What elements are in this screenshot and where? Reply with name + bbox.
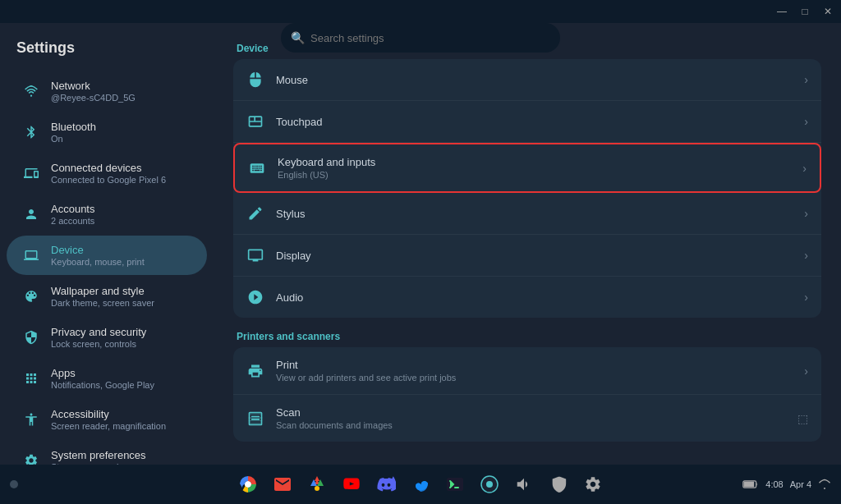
taskbar-mail[interactable]: [268, 470, 297, 499]
taskbar-edge[interactable]: [406, 470, 435, 499]
printers-section-header: Printers and scanners: [233, 331, 821, 342]
taskbar-audio-control[interactable]: [509, 470, 539, 499]
devices-icon: [23, 165, 39, 181]
taskbar-security[interactable]: [544, 470, 573, 499]
sidebar-item-accounts[interactable]: Accounts 2 accounts: [7, 195, 207, 234]
svg-rect-2: [447, 478, 463, 491]
print-sub: View or add printers and see active prin…: [276, 373, 793, 383]
scan-label: Scan: [276, 406, 786, 419]
print-chevron: ›: [804, 364, 808, 378]
keyboard-sub: English (US): [278, 170, 791, 180]
taskbar-photos[interactable]: [302, 470, 332, 499]
sidebar-item-apps-text: Apps Notifications, Google Play: [51, 367, 154, 390]
stylus-label: Stylus: [276, 208, 793, 220]
scan-row-text: Scan Scan documents and images: [276, 406, 786, 430]
settings-row-keyboard[interactable]: Keyboard and inputs English (US) ›: [233, 143, 821, 193]
taskbar-left: [10, 480, 18, 488]
settings-row-scan[interactable]: Scan Scan documents and images ⬚: [233, 395, 821, 442]
display-chevron: ›: [804, 249, 808, 262]
mouse-icon: [246, 71, 264, 89]
content-area: Device Mouse › Touchpad ›: [214, 23, 841, 465]
maximize-button[interactable]: □: [798, 5, 811, 18]
sidebar-item-system-text: System preferences Storage, power, langu…: [51, 449, 154, 465]
device-icon: [23, 247, 39, 263]
wifi-icon: [23, 83, 39, 99]
touchpad-chevron: ›: [804, 115, 808, 128]
keyboard-icon: [248, 159, 266, 177]
print-label: Print: [276, 359, 793, 371]
sidebar-item-connected[interactable]: Connected devices Connected to Google Pi…: [7, 153, 207, 193]
audio-chevron: ›: [804, 291, 808, 304]
sidebar-item-bluetooth-text: Bluetooth On: [51, 121, 96, 144]
accessibility-icon: [23, 411, 39, 428]
display-row-text: Display: [276, 250, 793, 262]
keyboard-row-text: Keyboard and inputs English (US): [278, 156, 791, 180]
sidebar-item-accounts-text: Accounts 2 accounts: [51, 203, 94, 226]
svg-point-4: [486, 481, 493, 488]
sidebar-item-accessibility-text: Accessibility Screen reader, magnificati…: [51, 408, 166, 431]
touchpad-label: Touchpad: [276, 116, 793, 128]
sidebar-item-privacy[interactable]: Privacy and security Lock screen, contro…: [7, 318, 207, 357]
sidebar-item-apps[interactable]: Apps Notifications, Google Play: [7, 359, 207, 398]
settings-title: Settings: [0, 33, 214, 70]
sidebar-item-privacy-text: Privacy and security Lock screen, contro…: [51, 326, 146, 349]
settings-row-audio[interactable]: Audio ›: [233, 277, 821, 318]
settings-row-touchpad[interactable]: Touchpad ›: [233, 101, 821, 143]
launcher-dot[interactable]: [10, 480, 18, 488]
taskbar-terminal[interactable]: [440, 470, 470, 499]
display-label: Display: [276, 250, 793, 262]
bluetooth-icon: [23, 124, 39, 140]
taskbar-chrome[interactable]: [233, 470, 263, 499]
search-input[interactable]: [281, 23, 560, 53]
scan-icon: [246, 410, 264, 428]
keyboard-label: Keyboard and inputs: [278, 156, 791, 168]
svg-point-1: [315, 486, 319, 491]
settings-row-stylus[interactable]: Stylus ›: [233, 193, 821, 235]
stylus-icon: [246, 204, 264, 222]
audio-label: Audio: [276, 291, 793, 304]
taskbar: 4:08 Apr 4: [0, 465, 841, 504]
print-icon: [246, 362, 264, 380]
mouse-chevron: ›: [804, 73, 808, 86]
sidebar-item-device[interactable]: Device Keyboard, mouse, print: [7, 236, 207, 275]
sidebar-item-network-text: Network @Reyee-sC4DD_5G: [51, 80, 136, 103]
device-settings-list: Mouse › Touchpad › Keyboar: [233, 59, 821, 318]
svg-point-0: [245, 481, 251, 488]
close-button[interactable]: ✕: [821, 5, 834, 18]
audio-row-text: Audio: [276, 291, 793, 304]
keyboard-chevron: ›: [802, 162, 807, 175]
sidebar-item-bluetooth[interactable]: Bluetooth On: [7, 112, 207, 152]
mouse-row-text: Mouse: [276, 74, 793, 86]
sidebar-item-network[interactable]: Network @Reyee-sC4DD_5G: [7, 71, 207, 111]
apps-icon: [23, 370, 39, 387]
sidebar-item-wallpaper[interactable]: Wallpaper and style Dark theme, screen s…: [7, 277, 207, 316]
title-bar: — □ ✕: [0, 0, 841, 23]
sidebar-item-device-text: Device Keyboard, mouse, print: [51, 244, 145, 267]
sidebar-item-system[interactable]: System preferences Storage, power, langu…: [7, 441, 207, 465]
sidebar-item-accessibility[interactable]: Accessibility Screen reader, magnificati…: [7, 400, 207, 439]
minimize-button[interactable]: —: [775, 5, 788, 18]
sidebar-item-wallpaper-text: Wallpaper and style Dark theme, screen s…: [51, 285, 154, 308]
scan-external-icon: ⬚: [797, 412, 808, 425]
settings-row-mouse[interactable]: Mouse ›: [233, 59, 821, 101]
time-display: 4:08: [765, 479, 783, 489]
settings-icon: [23, 452, 39, 465]
print-row-text: Print View or add printers and see activ…: [276, 359, 793, 383]
taskbar-right: 4:08 Apr 4: [742, 478, 831, 491]
sidebar-item-connected-text: Connected devices Connected to Google Pi…: [51, 162, 166, 185]
person-icon: [23, 206, 39, 222]
settings-row-display[interactable]: Display ›: [233, 235, 821, 277]
taskbar-chromeos[interactable]: [475, 470, 504, 499]
network-taskbar-icon: [818, 478, 831, 491]
main-layout: Settings Network @Reyee-sC4DD_5G Bluetoo…: [0, 23, 841, 465]
stylus-row-text: Stylus: [276, 208, 793, 220]
settings-row-print[interactable]: Print View or add printers and see activ…: [233, 347, 821, 395]
touchpad-row-text: Touchpad: [276, 116, 793, 128]
taskbar-settings[interactable]: [578, 470, 608, 499]
search-icon: 🔍: [291, 31, 305, 44]
date-display: Apr 4: [790, 479, 811, 489]
printers-settings-list: Print View or add printers and see activ…: [233, 347, 821, 442]
taskbar-discord[interactable]: [371, 470, 401, 499]
taskbar-youtube[interactable]: [337, 470, 366, 499]
mouse-label: Mouse: [276, 74, 793, 86]
